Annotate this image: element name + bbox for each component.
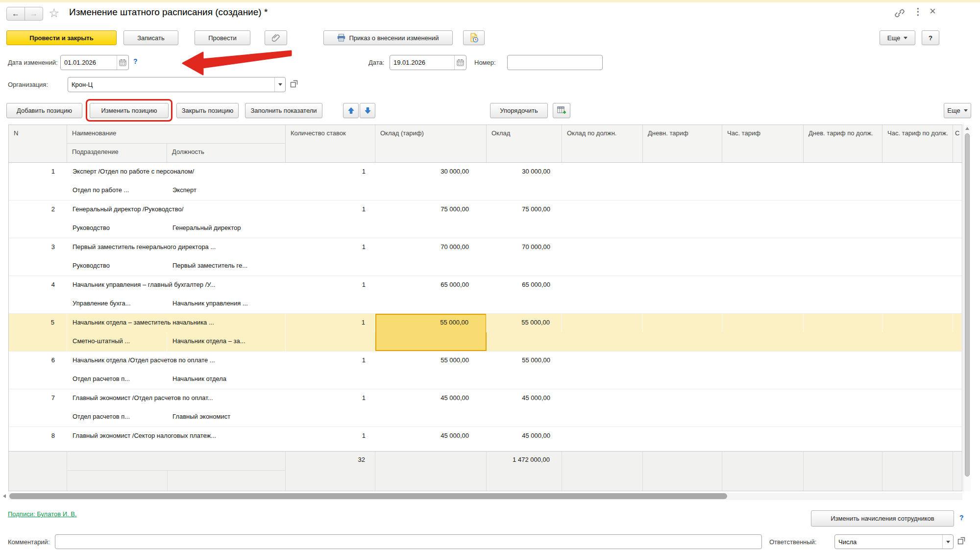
cell-salary[interactable]: 55 000,00 [487,314,562,332]
cell-day-rate[interactable] [643,201,722,219]
cell-qty[interactable]: 1 [286,427,375,446]
post-button[interactable]: Провести [195,30,250,45]
favorite-star-icon[interactable]: ☆ [49,6,59,20]
scroll-left-icon[interactable] [3,494,6,498]
sort-button[interactable]: Упорядочить [490,103,548,118]
close-position-button[interactable]: Закрыть позицию [176,103,239,118]
cell-position-name[interactable]: Первый заместитель генерального директор… [67,238,286,257]
cell-department[interactable]: Отдел по работе ... [67,181,167,200]
cell-salary[interactable]: 75 000,00 [487,201,562,219]
cell-row-number[interactable]: 1 [9,163,67,181]
form-help-button[interactable]: ? [922,30,939,45]
cell-hour-rate[interactable] [722,201,804,219]
column-header-n[interactable]: N [9,125,67,162]
table-row[interactable]: 8 Главный экономист /Сектор налоговых пл… [9,427,962,451]
calendar-icon[interactable] [117,55,128,70]
move-down-button[interactable] [360,103,375,118]
cell-salary[interactable]: 65 000,00 [487,276,562,295]
change-date-input[interactable] [61,55,117,70]
change-date-help-link[interactable]: ? [133,57,138,65]
number-input[interactable] [508,55,602,70]
cell-hour-rate-by-pos[interactable] [882,352,953,370]
column-header-tariff[interactable]: Оклад (тариф) [375,125,487,162]
cell-position[interactable]: Начальник управления ... [167,295,286,313]
create-reminder-button[interactable] [463,30,485,45]
cell-salary-by-pos[interactable] [562,238,643,257]
cell-tariff[interactable]: 65 000,00 [375,276,487,295]
cell-hour-rate-by-pos[interactable] [882,427,953,446]
column-header-name[interactable]: Наименование Подразделение Должность [67,125,286,162]
change-accruals-help-link[interactable]: ? [959,514,964,522]
cell-hour-rate[interactable] [722,389,804,408]
doc-date-input[interactable] [390,55,454,70]
cell-day-rate-by-pos[interactable] [804,238,882,257]
cell-position[interactable]: Генеральный директор [167,219,286,238]
cell-salary[interactable]: 45 000,00 [487,389,562,408]
column-header-hour-rate-by-pos[interactable]: Час. тариф по долж. [882,125,953,162]
cell-day-rate[interactable] [643,352,722,370]
cell-salary-by-pos[interactable] [562,201,643,219]
cell-row-number[interactable]: 8 [9,427,67,446]
cell-hour-rate-by-pos[interactable] [882,389,953,408]
cell-qty[interactable]: 1 [286,201,375,219]
cell-row-number[interactable]: 6 [9,352,67,370]
cell-day-rate[interactable] [643,314,722,332]
cell-tariff[interactable]: 55 000,00 [375,352,487,370]
cell-position-name[interactable]: Эксперт /Отдел по работе с персоналом/ [67,163,286,181]
cell-hour-rate[interactable] [722,427,804,446]
table-row[interactable]: 4 Начальник управления – главный бухгалт… [9,276,962,314]
attachments-button[interactable] [265,30,287,45]
vertical-scrollbar-thumb[interactable] [965,133,970,477]
cell-day-rate-by-pos[interactable] [804,201,882,219]
column-header-day-rate[interactable]: Дневн. тариф [643,125,722,162]
cell-row-number[interactable]: 5 [9,314,67,332]
column-header-day-rate-by-pos[interactable]: Днев. тариф по долж. [804,125,882,162]
column-header-hour-rate[interactable]: Час. тариф [722,125,804,162]
cell-day-rate[interactable] [643,427,722,446]
cell-department[interactable]: Отдел расчетов п... [67,370,167,389]
cell-department[interactable]: Отдел расчетов п... [67,408,167,427]
column-header-salary-by-pos[interactable]: Оклад по должн. [562,125,643,162]
cell-salary-by-pos[interactable] [562,389,643,408]
cell-hour-rate-by-pos[interactable] [882,201,953,219]
cell-salary-by-pos[interactable] [562,276,643,295]
cell-qty[interactable]: 1 [286,352,375,370]
dropdown-button[interactable] [942,535,953,549]
table-row[interactable]: 1 Эксперт /Отдел по работе с персоналом/… [9,163,962,201]
cell-day-rate-by-pos[interactable] [804,389,882,408]
cell-salary[interactable]: 70 000,00 [487,238,562,257]
cell-qty[interactable]: 1 [286,163,375,181]
organization-input[interactable] [68,77,274,92]
cell-qty[interactable]: 1 [286,389,375,408]
cell-salary-by-pos[interactable] [562,427,643,446]
cell-hour-rate-by-pos[interactable] [882,276,953,295]
cell-position[interactable]: Эксперт [167,181,286,200]
column-header-qty[interactable]: Количество ставок [286,125,375,162]
cell-day-rate-by-pos[interactable] [804,427,882,446]
cell-hour-rate-by-pos[interactable] [882,238,953,257]
add-column-button[interactable] [553,103,570,118]
cell-salary[interactable]: 55 000,00 [487,352,562,370]
cell-salary-by-pos[interactable] [562,163,643,181]
get-link-icon[interactable] [894,8,905,19]
cell-row-number[interactable]: 2 [9,201,67,219]
table-row[interactable]: 7 Главный экономист /Отдел расчетов по о… [9,389,962,427]
forward-button[interactable]: → [24,7,43,21]
cell-tariff[interactable]: 30 000,00 [375,163,487,181]
change-accruals-button[interactable]: Изменить начисления сотрудников [811,510,954,527]
open-responsible-icon[interactable] [957,536,966,545]
cell-hour-rate[interactable] [722,352,804,370]
cell-position-name[interactable]: Начальник отдела – заместитель начальник… [67,314,286,332]
cell-day-rate[interactable] [643,238,722,257]
cell-day-rate[interactable] [643,389,722,408]
horizontal-scrollbar[interactable] [8,493,962,500]
column-header-salary[interactable]: Оклад [487,125,562,162]
cell-position-name[interactable]: Главный экономист /Отдел расчетов по опл… [67,389,286,408]
cell-hour-rate-by-pos[interactable] [882,314,953,332]
cell-position[interactable]: Первый заместитель ге... [167,257,286,276]
cell-position[interactable]: Начальник отдела [167,370,286,389]
signatures-link[interactable]: Подписи: Булатов И. В. [8,510,77,518]
print-order-button[interactable]: Приказ о внесении изменений [323,30,453,45]
table-row[interactable]: 3 Первый заместитель генерального директ… [9,238,962,276]
cell-salary[interactable]: 30 000,00 [487,163,562,181]
